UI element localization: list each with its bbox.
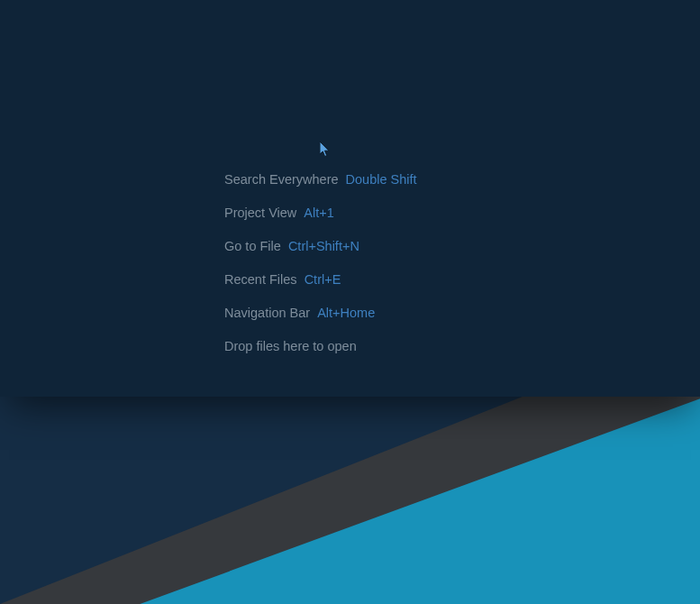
hint-label: Search Everywhere [224,172,339,187]
editor-empty-panel[interactable]: Search Everywhere Double Shift Project V… [0,0,700,397]
drop-hint-text: Drop files here to open [224,339,357,353]
hint-shortcut: Alt+1 [304,206,333,220]
hint-shortcut: Ctrl+Shift+N [288,239,359,253]
hint-go-to-file: Go to File Ctrl+Shift+N [224,239,417,254]
hint-shortcut: Double Shift [346,172,417,187]
hint-recent-files: Recent Files Ctrl+E [224,272,417,288]
hint-search-everywhere: Search Everywhere Double Shift [224,172,417,188]
welcome-hint-list: Search Everywhere Double Shift Project V… [224,172,417,354]
hint-label: Navigation Bar [224,306,310,320]
hint-shortcut: Ctrl+E [305,272,341,287]
hint-project-view: Project View Alt+1 [224,206,417,221]
hint-label: Project View [224,206,296,220]
hint-label: Go to File [224,239,281,253]
hint-shortcut: Alt+Home [317,306,375,320]
drop-files-hint: Drop files here to open [224,339,417,354]
hint-navigation-bar: Navigation Bar Alt+Home [224,306,417,321]
hint-label: Recent Files [224,272,297,287]
